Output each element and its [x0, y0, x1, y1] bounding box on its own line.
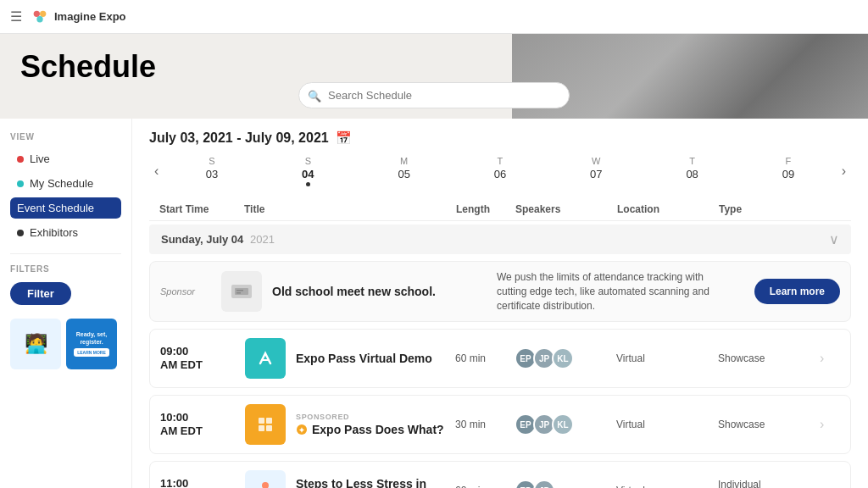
- svg-rect-10: [259, 425, 264, 431]
- event-2-title: Expo Pass Does What?: [312, 423, 444, 436]
- day-letter-6: F: [786, 156, 792, 166]
- svg-rect-11: [266, 425, 272, 431]
- hamburger-icon[interactable]: ☰: [10, 8, 22, 25]
- sponsor-event-title: Old school meet new school.: [272, 285, 436, 298]
- event-2-title-wrap: SPONSORED ✦ Expo Pass Does What?: [296, 413, 455, 436]
- sponsor-event-row[interactable]: Sponsor Old school meet new school. We p…: [149, 261, 851, 322]
- page: ☰ Imagine Expo Schedule 🔍 VIEW Live: [0, 0, 868, 488]
- event-2-sponsored-label: SPONSORED: [296, 413, 455, 421]
- event-1-length: 60 min: [455, 352, 515, 364]
- sidebar-label-live: Live: [30, 152, 50, 165]
- day-num-4: 07: [590, 168, 602, 180]
- app-name: Imagine Expo: [54, 10, 126, 23]
- sidebar-divider: [10, 253, 121, 254]
- day-letter-0: S: [209, 156, 214, 166]
- day-letter-5: T: [689, 156, 695, 166]
- sponsor-thumbnail: [221, 271, 262, 312]
- day-section-day: Sunday,: [161, 233, 203, 246]
- event-2-time-value: 10:00: [160, 411, 245, 425]
- sponsor-description: We push the limits of attendance trackin…: [497, 270, 721, 313]
- event-2-arrow[interactable]: ›: [820, 417, 840, 432]
- svg-text:✦: ✦: [298, 426, 305, 435]
- week-day-5[interactable]: T 08: [677, 156, 708, 186]
- day-section-year: 2021: [250, 233, 275, 246]
- day-num-1: 04: [302, 168, 314, 180]
- sidebar-item-exhibitors[interactable]: Exhibitors: [10, 222, 121, 243]
- date-range-text: July 03, 2021 - July 09, 2021: [149, 130, 329, 146]
- sponsor-cta-wrap: Learn more: [721, 279, 840, 304]
- event-1-time: 09:00 AM EDT: [160, 345, 245, 374]
- day-letter-1: S: [305, 156, 311, 166]
- filter-button[interactable]: Filter: [10, 282, 71, 305]
- event-3-length: 60 min: [455, 485, 515, 488]
- event-1-title: Expo Pass Virtual Demo: [296, 352, 455, 365]
- event-3-location: Virtual: [616, 485, 718, 488]
- event-2-location: Virtual: [616, 419, 718, 430]
- event-2-speakers: EP JP KL: [515, 413, 616, 435]
- day-section-header[interactable]: Sunday, July 04 2021 ∨: [149, 225, 851, 254]
- search-input[interactable]: [298, 82, 570, 108]
- sponsored-icon: ✦: [296, 424, 308, 435]
- day-letter-3: T: [498, 156, 504, 166]
- event-3-time: 11:00 AM EDT: [160, 477, 245, 489]
- speaker-avatar: KL: [552, 413, 574, 435]
- event-row-3[interactable]: 11:00 AM EDT Steps to Less Stress in Vir…: [149, 461, 851, 488]
- sidebar-promos: 🧑‍💻 Ready, set, register. LEARN MORE: [10, 319, 121, 369]
- search-container: 🔍: [298, 82, 570, 108]
- event-3-arrow[interactable]: ›: [820, 483, 840, 488]
- calendar-icon[interactable]: 📅: [336, 130, 352, 146]
- search-icon: 🔍: [308, 89, 321, 102]
- day-letter-4: W: [592, 156, 600, 166]
- event-3-type: Individual Presentation: [718, 479, 820, 488]
- event-1-type: Showcase: [718, 352, 820, 364]
- svg-point-15: [262, 482, 269, 488]
- svg-rect-9: [266, 418, 272, 424]
- svg-point-2: [36, 16, 42, 22]
- week-day-0[interactable]: S 03: [197, 156, 227, 186]
- sidebar-label-event-schedule: Event Schedule: [17, 202, 94, 214]
- sidebar-label-exhibitors: Exhibitors: [30, 226, 78, 239]
- hero-banner: Schedule 🔍: [0, 34, 868, 119]
- active-day-dot: [306, 182, 310, 186]
- view-section-label: VIEW: [10, 132, 121, 141]
- event-1-speakers: EP JP KL: [515, 347, 616, 369]
- sponsor-event-title-wrap: Old school meet new school.: [272, 285, 497, 298]
- week-day-4[interactable]: W 07: [581, 156, 611, 186]
- date-range: July 03, 2021 - July 09, 2021 📅: [149, 130, 851, 146]
- sidebar-item-event-schedule[interactable]: Event Schedule: [10, 197, 121, 219]
- event-2-time: 10:00 AM EDT: [160, 411, 245, 440]
- live-dot: [17, 156, 24, 163]
- speaker-avatar: KL: [552, 347, 574, 369]
- event-row-1[interactable]: 09:00 AM EDT Expo Pass Virtual Demo 60 m…: [149, 329, 851, 388]
- week-next-button[interactable]: ›: [837, 164, 851, 179]
- sponsor-label: Sponsor: [160, 286, 221, 297]
- col-start-time: Start Time: [159, 203, 244, 215]
- main-content: July 03, 2021 - July 09, 2021 📅 ‹ S 03 S…: [132, 119, 868, 488]
- sidebar-item-live[interactable]: Live: [10, 148, 121, 169]
- event-1-time-value: 09:00: [160, 345, 245, 359]
- svg-point-1: [40, 10, 46, 16]
- event-1-thumbnail: [245, 338, 286, 379]
- sidebar-item-my-schedule[interactable]: My Schedule: [10, 173, 121, 194]
- day-num-0: 03: [206, 168, 218, 180]
- promo-illustration: 🧑‍💻: [10, 319, 61, 369]
- page-title: Schedule: [20, 49, 156, 85]
- event-1-arrow[interactable]: ›: [820, 351, 840, 366]
- event-2-length: 30 min: [455, 419, 515, 430]
- svg-rect-8: [259, 418, 264, 424]
- event-3-speakers: EP JP: [515, 480, 616, 488]
- day-section-date: Sunday, July 04 2021: [161, 233, 275, 246]
- week-strip: ‹ S 03 S 04 M 05: [149, 156, 851, 186]
- day-num-3: 06: [494, 168, 506, 180]
- promo-register[interactable]: Ready, set, register. LEARN MORE: [66, 319, 117, 369]
- week-day-2[interactable]: M 05: [389, 156, 420, 186]
- exhibitors-dot: [17, 230, 24, 236]
- event-row-2[interactable]: 10:00 AM EDT SPONSORED ✦ Expo Pass: [149, 395, 851, 454]
- week-day-1[interactable]: S 04: [292, 156, 323, 186]
- event-2-thumbnail: [245, 404, 286, 445]
- week-day-6[interactable]: F 09: [773, 156, 804, 186]
- learn-more-button[interactable]: Learn more: [754, 279, 840, 304]
- day-section-chevron[interactable]: ∨: [829, 231, 839, 247]
- week-prev-button[interactable]: ‹: [149, 164, 164, 179]
- week-day-3[interactable]: T 06: [485, 156, 515, 186]
